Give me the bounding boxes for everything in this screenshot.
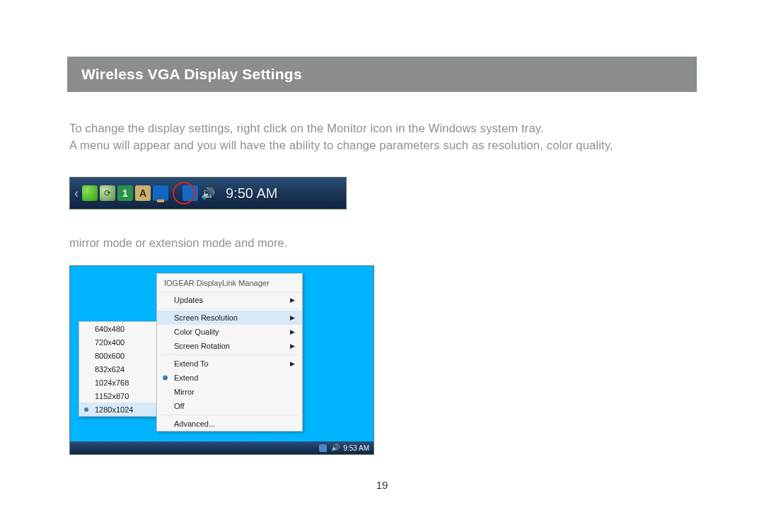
menu-header: IOGEAR DisplayLink Manager — [157, 274, 302, 293]
resolution-option[interactable]: 1024x768 — [79, 376, 157, 389]
context-menu-screenshot: 640x480 720x400 800x600 832x624 1024x768… — [69, 265, 374, 455]
menu-item-mirror[interactable]: Mirror — [157, 385, 302, 399]
resolution-option[interactable]: 720x400 — [79, 335, 157, 349]
resolution-option-selected[interactable]: 1280x1024 — [79, 403, 157, 416]
document-page: Wireless VGA Display Settings To change … — [0, 0, 764, 532]
status-green-icon — [82, 185, 98, 201]
letter-a-icon: A — [135, 185, 151, 201]
volume-icon: 🔊 — [200, 185, 216, 201]
resolution-option[interactable]: 1152x870 — [79, 389, 157, 403]
context-menu: IOGEAR DisplayLink Manager Updates ▶ Scr… — [156, 273, 303, 432]
monitor-icon[interactable] — [153, 185, 168, 201]
resolution-option[interactable]: 800x600 — [79, 349, 157, 362]
menu-label: Screen Resolution — [174, 313, 238, 322]
menu-separator — [161, 354, 298, 355]
resolution-submenu: 640x480 720x400 800x600 832x624 1024x768… — [79, 321, 158, 417]
system-tray-screenshot: ‹ ⟳ 1 A 🔊 9:50 AM — [69, 177, 347, 209]
menu-item-off[interactable]: Off — [157, 399, 302, 413]
menu-separator — [161, 308, 298, 309]
tray-icons-row: ‹ ⟳ 1 A 🔊 — [70, 185, 216, 201]
taskbar-clock: 9:53 AM — [343, 444, 369, 452]
body-line-1: To change the display settings, right cl… — [69, 122, 544, 134]
section-title: Wireless VGA Display Settings — [81, 66, 302, 83]
menu-label: Extend To — [174, 359, 209, 368]
chevron-right-icon: ▶ — [290, 360, 295, 367]
chevron-right-icon: ▶ — [290, 314, 295, 321]
menu-item-extend[interactable]: Extend — [157, 371, 302, 385]
chevron-right-icon: ▶ — [290, 296, 295, 303]
menu-item-extend-to[interactable]: Extend To ▶ — [157, 357, 302, 371]
chevron-right-icon: ▶ — [290, 328, 295, 335]
network-icon — [183, 185, 198, 201]
volume-icon: 🔊 — [331, 444, 339, 452]
number-one-icon: 1 — [117, 185, 133, 201]
chevron-left-icon: ‹ — [74, 186, 79, 201]
chevron-right-icon: ▶ — [290, 342, 295, 349]
menu-item-updates[interactable]: Updates ▶ — [157, 293, 302, 307]
menu-label: Extend — [174, 374, 198, 382]
menu-separator — [161, 415, 298, 415]
resolution-option[interactable]: 832x624 — [79, 362, 157, 376]
body-line-2: A menu will appear and you will have the… — [69, 139, 613, 151]
menu-label: Color Quality — [174, 328, 219, 336]
menu-item-color-quality[interactable]: Color Quality ▶ — [157, 325, 302, 339]
resolution-option[interactable]: 640x480 — [79, 322, 157, 335]
menu-label: Updates — [174, 296, 203, 304]
refresh-icon: ⟳ — [100, 185, 115, 201]
menu-item-advanced[interactable]: Advanced... — [157, 417, 302, 431]
tray-clock: 9:50 AM — [226, 185, 277, 202]
body-paragraph: To change the display settings, right cl… — [69, 120, 613, 154]
menu-label: Mirror — [174, 388, 195, 396]
menu-item-screen-rotation[interactable]: Screen Rotation ▶ — [157, 339, 302, 353]
continuation-line: mirror mode or extension mode and more. — [69, 236, 287, 250]
page-number: 19 — [0, 479, 764, 491]
menu-label: Advanced... — [174, 420, 215, 428]
menu-label: Screen Rotation — [174, 342, 230, 350]
network-icon — [319, 444, 327, 452]
mini-taskbar: 🔊 9:53 AM — [70, 441, 374, 454]
menu-label: Off — [174, 402, 184, 410]
section-title-bar: Wireless VGA Display Settings — [67, 57, 697, 92]
menu-item-screen-resolution[interactable]: Screen Resolution ▶ — [157, 311, 302, 325]
